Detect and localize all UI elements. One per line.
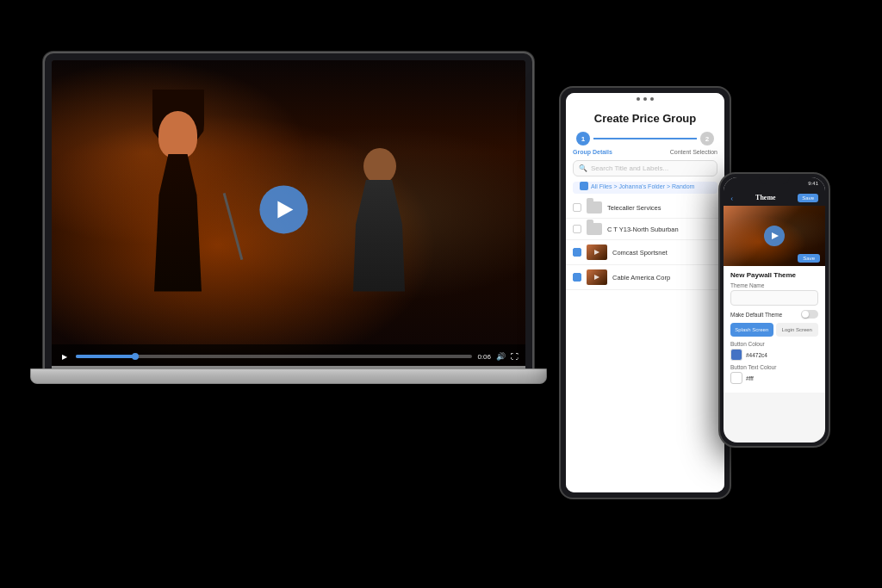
- phone-play-icon: [772, 232, 779, 239]
- file-row: C T Y13-North Suburban: [566, 219, 724, 240]
- tablet-title: Create Price Group: [566, 105, 724, 128]
- singer-head: [158, 111, 197, 158]
- file-name-3: Comcast Sportsnet: [612, 249, 668, 257]
- folder-icon-2: [587, 223, 602, 235]
- folder-icon-1: [587, 201, 602, 214]
- file-checkbox-2[interactable]: [573, 225, 581, 233]
- phone-screen: 9:41 ‹ Theme Save Save New Paywall Theme…: [724, 177, 825, 443]
- phone-toggle-row: Make Default Theme: [730, 310, 818, 319]
- file-thumb-4: [587, 269, 607, 285]
- singer-figure: [137, 120, 249, 292]
- file-thumb-3: [587, 244, 607, 260]
- tablet-status-bar: [566, 93, 724, 105]
- fullscreen-icon[interactable]: ⛶: [511, 352, 519, 361]
- phone-header-title: Theme: [755, 194, 776, 201]
- tablet-screen: Create Price Group 1 2 Group Details Con…: [566, 93, 724, 492]
- phone-save-button[interactable]: Save: [798, 194, 818, 202]
- file-play-icon-4: [594, 275, 599, 280]
- laptop-bezel: ▶ 0:06 🔊 ⛶: [43, 52, 534, 370]
- phone-btn-color-label: Button Colour: [730, 341, 818, 347]
- phone-tab-splash[interactable]: Splash Screen: [730, 323, 773, 337]
- phone-play-button[interactable]: [764, 226, 785, 246]
- breadcrumb-checkbox[interactable]: [580, 182, 588, 190]
- video-controls: ▶ 0:06 🔊 ⛶: [52, 344, 525, 368]
- tablet-content: Create Price Group 1 2 Group Details Con…: [566, 105, 724, 492]
- step-1-circle: 1: [576, 132, 590, 145]
- progress-thumb: [132, 353, 139, 360]
- step-labels: Group Details Content Selection: [566, 149, 724, 155]
- phone-button-text-color-row: #fff: [730, 372, 818, 384]
- file-name-4: Cable America Corp: [612, 274, 670, 282]
- search-icon: 🔍: [579, 164, 587, 172]
- phone-tab-row: Splash Screen Login Screen: [730, 323, 818, 337]
- laptop-base: [30, 368, 547, 384]
- phone: 9:41 ‹ Theme Save Save New Paywall Theme…: [718, 172, 830, 448]
- phone-section-title: New Paywall Theme: [730, 271, 818, 279]
- phone-thumbnail-save[interactable]: Save: [798, 254, 820, 263]
- file-row: Telecaller Services: [566, 197, 724, 219]
- search-placeholder: Search Title and Labels...: [591, 164, 668, 172]
- tablet-search[interactable]: 🔍 Search Title and Labels...: [573, 160, 717, 176]
- phone-theme-name-input[interactable]: [730, 290, 818, 306]
- breadcrumb-text: All Files > Johanna's Folder > Random: [591, 183, 694, 189]
- phone-video-thumbnail: Save: [724, 206, 825, 266]
- phone-btn-text-color-label: Button Text Colour: [730, 364, 818, 370]
- tablet-steps: 1 2: [566, 128, 724, 149]
- file-play-icon-3: [594, 250, 599, 255]
- laptop: ▶ 0:06 🔊 ⛶: [43, 52, 551, 413]
- breadcrumb: All Files > Johanna's Folder > Random: [573, 182, 717, 194]
- guitarist-figure: [345, 154, 431, 292]
- step-1-label: Group Details: [573, 149, 612, 155]
- play-button[interactable]: [259, 185, 307, 233]
- phone-button-color-row: #4472c4: [730, 349, 818, 361]
- file-thumb-play-3: [587, 244, 607, 260]
- progress-track[interactable]: [76, 355, 472, 358]
- play-pause-button[interactable]: ▶: [59, 350, 71, 362]
- status-dot-3: [650, 97, 654, 101]
- progress-fill: [76, 355, 135, 358]
- phone-toggle[interactable]: [801, 310, 818, 319]
- status-dot-1: [637, 97, 640, 101]
- phone-status-time: 9:41: [808, 181, 818, 186]
- phone-button-text-color-swatch[interactable]: [730, 372, 742, 384]
- phone-content: New Paywall Theme Theme Name Make Defaul…: [724, 266, 825, 393]
- file-checkbox-1[interactable]: [573, 203, 581, 212]
- laptop-screen: ▶ 0:06 🔊 ⛶: [52, 60, 525, 368]
- guitarist-body: [353, 180, 405, 292]
- play-icon: [277, 201, 293, 218]
- file-checkbox-3[interactable]: [573, 248, 581, 257]
- laptop-video: ▶ 0:06 🔊 ⛶: [52, 60, 525, 368]
- phone-notch: [760, 174, 790, 184]
- phone-theme-name-label: Theme Name: [730, 282, 818, 288]
- step-2-label: Content Selection: [670, 149, 717, 155]
- phone-toggle-label: Make Default Theme: [730, 312, 782, 318]
- phone-button-color-swatch[interactable]: [730, 349, 742, 361]
- status-dot-2: [643, 97, 647, 101]
- phone-toggle-knob: [802, 311, 809, 318]
- guitarist-head: [363, 148, 396, 184]
- file-checkbox-4[interactable]: [573, 273, 581, 282]
- step-2-circle: 2: [700, 132, 714, 145]
- phone-back-button[interactable]: ‹: [730, 193, 733, 202]
- file-name-1: Telecaller Services: [607, 204, 662, 212]
- phone-button-text-color-value: #fff: [746, 375, 754, 381]
- singer-body: [154, 154, 202, 292]
- volume-icon[interactable]: 🔊: [496, 352, 506, 361]
- file-row: Cable America Corp: [566, 265, 724, 290]
- tablet: Create Price Group 1 2 Group Details Con…: [559, 86, 731, 499]
- step-line: [593, 138, 697, 139]
- scene: ▶ 0:06 🔊 ⛶: [0, 0, 882, 588]
- phone-header: ‹ Theme Save: [724, 189, 825, 206]
- file-row: Comcast Sportsnet: [566, 240, 724, 265]
- phone-button-color-value: #4472c4: [746, 352, 767, 358]
- time-display: 0:06: [477, 353, 491, 361]
- phone-tab-login[interactable]: Login Screen: [776, 323, 819, 337]
- file-thumb-play-4: [587, 269, 607, 285]
- file-name-2: C T Y13-North Suburban: [607, 226, 679, 233]
